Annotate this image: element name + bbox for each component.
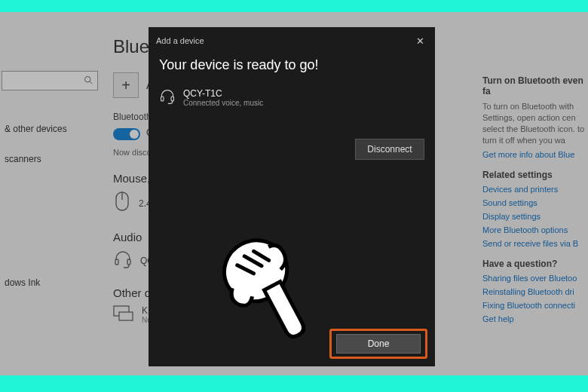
link-sharing-files[interactable]: Sharing files over Bluetoo	[482, 274, 588, 283]
link-more-info[interactable]: Get more info about Blue	[482, 150, 588, 159]
sidebar-item-scanners[interactable]: scanners	[5, 154, 41, 164]
bluetooth-toggle[interactable]	[113, 128, 140, 140]
sidebar-item-devices[interactable]: & other devices	[5, 124, 67, 134]
link-display-settings[interactable]: Display settings	[482, 212, 588, 221]
headset-icon	[159, 88, 176, 105]
sidebar-item-windows-ink[interactable]: dows Ink	[5, 277, 40, 288]
link-more-bluetooth[interactable]: More Bluetooth options	[482, 225, 588, 234]
info-heading3: Have a question?	[482, 259, 588, 269]
svg-line-1	[90, 81, 92, 84]
dialog-title: Your device is ready to go!	[149, 54, 435, 81]
close-button[interactable]: ✕	[412, 33, 427, 48]
info-heading2: Related settings	[482, 170, 588, 180]
headset-icon	[113, 250, 133, 271]
svg-rect-8	[161, 96, 164, 101]
svg-rect-4	[115, 259, 118, 265]
dialog-header: Add a device ✕	[149, 27, 435, 54]
svg-rect-5	[127, 259, 130, 265]
link-get-help[interactable]: Get help	[482, 314, 588, 323]
link-devices-printers[interactable]: Devices and printers	[482, 185, 588, 194]
search-icon	[84, 75, 93, 87]
disconnect-button[interactable]: Disconnect	[355, 139, 424, 160]
outer-frame: & other devices scanners dows Ink Blueto…	[0, 0, 588, 392]
device-name: QCY-T1C	[183, 88, 263, 99]
plus-icon: +	[113, 72, 139, 98]
info-panel: Turn on Bluetooth even fa To turn on Blu…	[482, 65, 588, 328]
done-highlight: Done	[329, 329, 427, 359]
sidebar: & other devices scanners dows Ink	[0, 12, 106, 375]
search-input[interactable]	[2, 71, 98, 90]
link-fix-connection[interactable]: Fixing Bluetooth connecti	[482, 301, 588, 310]
svg-rect-7	[119, 312, 133, 320]
dialog-header-title: Add a device	[156, 36, 204, 45]
settings-window: & other devices scanners dows Ink Blueto…	[0, 12, 588, 375]
mouse-icon	[113, 191, 131, 216]
link-sound-settings[interactable]: Sound settings	[482, 198, 588, 207]
svg-rect-9	[171, 96, 173, 101]
done-button[interactable]: Done	[336, 334, 421, 354]
device-status: Connected voice, music	[183, 99, 263, 107]
paired-device[interactable]: QCY-T1C Connected voice, music	[149, 81, 435, 115]
link-reinstall-driver[interactable]: Reinstalling Bluetooth dri	[482, 287, 588, 296]
info-body1: To turn on Bluetooth with Settings, open…	[482, 101, 588, 145]
svg-point-0	[85, 76, 91, 82]
add-device-dialog: Add a device ✕ Your device is ready to g…	[149, 27, 435, 366]
close-icon: ✕	[416, 35, 424, 47]
info-heading1: Turn on Bluetooth even fa	[482, 75, 588, 96]
monitor-icon	[113, 305, 134, 324]
link-send-receive[interactable]: Send or receive files via B	[482, 239, 588, 248]
